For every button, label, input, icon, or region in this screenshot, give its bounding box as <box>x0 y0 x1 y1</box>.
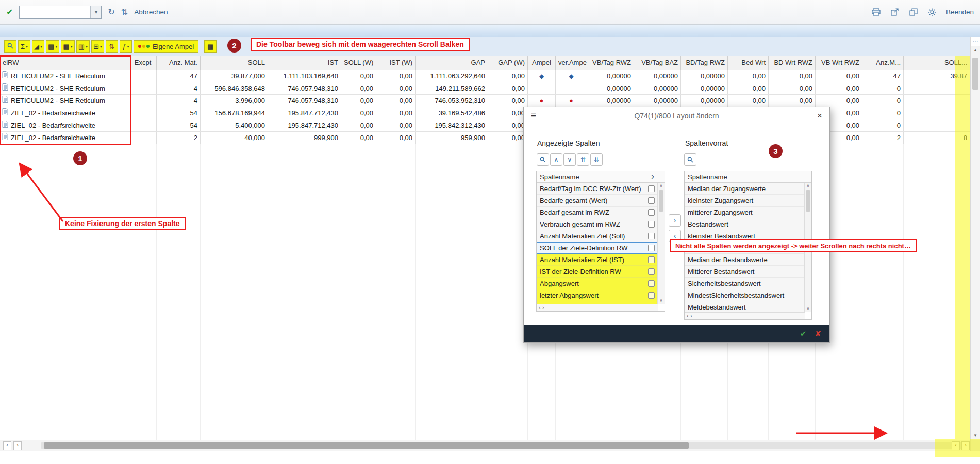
material-cell[interactable]: ZIEL_02 - Bedarfsreichweite <box>0 119 129 131</box>
scroll-left-button[interactable]: ‹ <box>687 313 688 319</box>
pool-column-item[interactable]: MindestSicherheitsbestandswert <box>685 289 805 301</box>
sum-checkbox[interactable] <box>648 280 655 287</box>
beenden-button[interactable]: Beenden <box>946 8 974 16</box>
chevron-down-icon[interactable]: ▾ <box>90 6 101 18</box>
table-cell[interactable]: 0,00 <box>341 95 376 107</box>
pool-column-item[interactable]: Meldebestandswert <box>685 301 805 312</box>
table-cell[interactable]: 0,00 <box>816 95 862 107</box>
column-header[interactable]: ver.Ampel <box>556 56 587 70</box>
move-up-button[interactable]: ∧ <box>550 153 562 166</box>
table-cell[interactable]: 0,00000 <box>681 95 728 107</box>
table-cell[interactable]: 0,00 <box>376 119 416 131</box>
table-cell[interactable]: 746.057.948,310 <box>268 95 341 107</box>
find-button[interactable] <box>537 153 549 166</box>
table-cell[interactable]: 1.111.103.169,640 <box>268 70 341 82</box>
table-cell[interactable]: 0,00 <box>376 95 416 107</box>
search-button[interactable] <box>684 153 696 166</box>
ok-check-icon[interactable]: ✔ <box>6 7 13 17</box>
sum-checkbox[interactable] <box>648 268 655 275</box>
table-cell[interactable]: 0,00 <box>769 82 816 94</box>
table-cell[interactable]: 0,00 <box>488 82 528 94</box>
table-cell[interactable]: 195.847.712,430 <box>268 119 341 131</box>
scroll-right-button[interactable]: › <box>690 313 692 319</box>
scroll-right-button[interactable]: › <box>961 441 970 450</box>
column-header[interactable]: VB/Tag BAZ <box>634 56 681 70</box>
table-cell[interactable] <box>129 70 157 82</box>
cancel-button[interactable]: ✘ <box>815 329 821 338</box>
table-cell[interactable]: 0,00 <box>341 70 376 82</box>
table-cell[interactable]: 0,00 <box>816 70 862 82</box>
table-cell[interactable]: 54 <box>157 119 201 131</box>
table-cell[interactable]: 2 <box>157 132 201 144</box>
confirm-button[interactable]: ✔ <box>800 329 807 338</box>
move-bottom-button[interactable]: ⇊ <box>590 153 603 166</box>
table-cell[interactable] <box>129 119 157 131</box>
material-cell[interactable]: ZIEL_02 - Bedarfsreichweite <box>0 132 129 144</box>
table-cell[interactable]: 0,00 <box>488 95 528 107</box>
vscroll-thumb[interactable] <box>806 190 810 212</box>
material-cell[interactable]: ZIEL_02 - Bedarfsreichweite <box>0 107 129 119</box>
sum-checkbox[interactable] <box>648 292 655 299</box>
table-cell[interactable]: 0,00000 <box>634 70 681 82</box>
material-cell[interactable]: RETICULUM2 - SHE Reticulum <box>0 70 129 82</box>
table-cell[interactable]: 47 <box>862 70 904 82</box>
column-header[interactable]: SOLL (W) <box>341 56 376 70</box>
table-cell[interactable]: 2 <box>862 132 904 144</box>
sum-checkbox[interactable] <box>648 233 655 239</box>
layout-button[interactable]: ⊞▾ <box>91 40 104 53</box>
scroll-right-button[interactable]: › <box>542 305 544 311</box>
settings-icon[interactable] <box>927 8 937 17</box>
scrollbar-menu-icon[interactable]: … <box>971 37 980 46</box>
scroll-down-button[interactable]: ▼ <box>971 432 980 440</box>
displayed-column-item[interactable]: Bedarf gesamt im RWZ <box>537 207 658 218</box>
move-down-button[interactable]: ∨ <box>563 153 576 166</box>
scroll-up-button[interactable]: ∧ <box>658 183 665 189</box>
column-header[interactable]: Anz. Mat. <box>157 56 201 70</box>
scroll-down-button[interactable]: ∨ <box>658 298 665 304</box>
table-cell[interactable]: 149.211.589,662 <box>416 82 488 94</box>
table-cell[interactable]: 959,900 <box>416 132 488 144</box>
table-cell[interactable]: 39.169.542,486 <box>416 107 488 119</box>
table-cell[interactable]: 0,00000 <box>587 70 634 82</box>
table-cell[interactable]: 0,00 <box>728 82 769 94</box>
table-cell[interactable]: 195.847.712,430 <box>268 107 341 119</box>
column-header[interactable]: GAP (W) <box>488 56 528 70</box>
export-button[interactable]: ▥▾ <box>76 40 90 53</box>
column-header[interactable]: BD Wrt RWZ <box>769 56 816 70</box>
close-icon[interactable]: × <box>817 111 822 121</box>
table-cell[interactable]: 0 <box>862 95 904 107</box>
find-button[interactable] <box>4 40 16 53</box>
column-header[interactable]: Bed Wrt <box>728 56 769 70</box>
table-cell[interactable]: 0,00 <box>341 82 376 94</box>
menu-icon[interactable]: ≡ <box>531 111 536 121</box>
sum-checkbox[interactable] <box>648 209 655 216</box>
vscroll-thumb[interactable] <box>972 58 978 90</box>
table-cell[interactable]: 5.400,000 <box>201 119 268 131</box>
pool-column-item[interactable]: Median der Bestandswerte <box>685 254 805 266</box>
command-input[interactable] <box>20 6 90 18</box>
export-icon[interactable] <box>890 8 900 16</box>
table-cell[interactable]: 0 <box>862 119 904 131</box>
sum-checkbox[interactable] <box>648 221 655 228</box>
column-header[interactable]: VB/Tag RWZ <box>587 56 634 70</box>
table-cell[interactable]: 0,00 <box>728 95 769 107</box>
displayed-column-item[interactable]: Abgangswert <box>537 278 658 289</box>
table-cell[interactable] <box>904 107 970 119</box>
vscroll-thumb[interactable] <box>659 190 663 212</box>
table-cell[interactable]: 746.057.948,310 <box>268 82 341 94</box>
column-header[interactable]: SOLL <box>201 56 268 70</box>
print-button[interactable]: ▤▾ <box>46 40 59 53</box>
table-cell[interactable]: 596.846.358,648 <box>201 82 268 94</box>
table-cell[interactable]: 195.842.312,430 <box>416 119 488 131</box>
table-cell[interactable] <box>129 107 157 119</box>
formula-button[interactable]: ƒ▾ <box>120 40 132 53</box>
table-cell[interactable]: 0,00000 <box>681 70 728 82</box>
sum-checkbox[interactable] <box>648 256 655 263</box>
ampel-cell[interactable] <box>528 82 556 94</box>
table-cell[interactable]: 0,00000 <box>681 82 728 94</box>
column-header[interactable]: Anz.M... <box>862 56 904 70</box>
ampel-cell[interactable]: ◆ <box>556 70 587 82</box>
column-header[interactable]: IST (W) <box>376 56 416 70</box>
scroll-down-button[interactable]: ∨ <box>805 306 811 312</box>
table-cell[interactable]: 746.053.952,310 <box>416 95 488 107</box>
